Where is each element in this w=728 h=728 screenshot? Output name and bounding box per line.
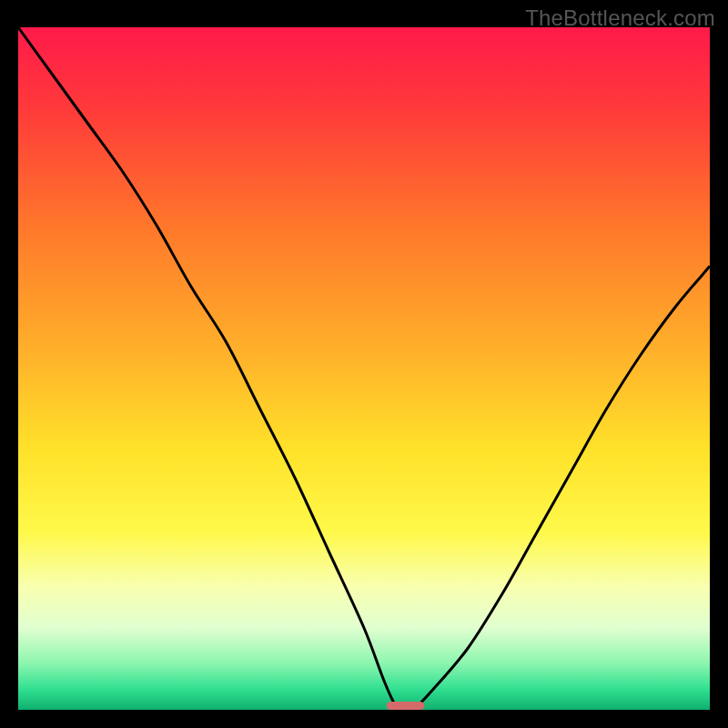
watermark-text: TheBottleneck.com xyxy=(525,5,715,31)
chart-svg xyxy=(18,27,710,710)
chart-frame: TheBottleneck.com xyxy=(0,0,728,728)
plot-area xyxy=(18,27,710,710)
gradient-bg xyxy=(18,27,710,710)
optimal-marker xyxy=(387,702,425,710)
